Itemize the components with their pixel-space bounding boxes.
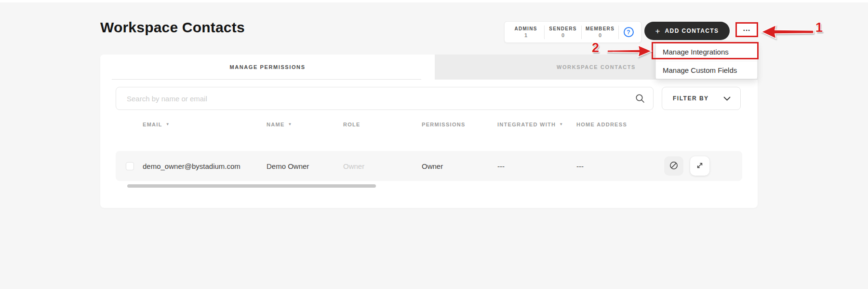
page-title: Workspace Contacts: [100, 19, 245, 36]
table-header: EMAIL ▼ NAME ▼ ROLE PERMISSIONS INTEGRAT…: [100, 122, 758, 129]
menu-item-manage-integrations[interactable]: Manage Integrations: [656, 43, 757, 61]
column-header-permissions: PERMISSIONS: [422, 122, 466, 127]
search-input[interactable]: [116, 87, 654, 110]
stat-members-value: 0: [582, 32, 618, 38]
search-wrap: [116, 87, 654, 110]
filter-by-label: FILTER BY: [673, 95, 709, 102]
filter-by-button[interactable]: FILTER BY: [662, 87, 741, 110]
tab-manage-permissions[interactable]: MANAGE PERMISSIONS: [100, 55, 435, 80]
block-icon: [669, 161, 679, 172]
cell-permissions: Owner: [422, 151, 443, 181]
help-icon: ?: [624, 27, 634, 37]
contact-stats-panel: ADMINS 1 SENDERS 0 MEMBERS 0 ?: [504, 21, 641, 43]
annotation-arrow-1: [761, 24, 815, 42]
more-options-menu: Manage Integrations Manage Custom Fields: [655, 42, 758, 79]
sort-icon[interactable]: ▼: [288, 123, 293, 126]
expand-contact-button[interactable]: [690, 156, 709, 176]
workspace-contacts-page: Workspace Contacts ADMINS 1 SENDERS 0 ME…: [0, 0, 868, 289]
sort-icon[interactable]: ▼: [166, 123, 170, 126]
stat-senders: SENDERS 0: [545, 26, 581, 38]
column-header-integrated-with[interactable]: INTEGRATED WITH ▼: [497, 122, 564, 127]
top-edge-strip: [0, 0, 868, 2]
column-header-name[interactable]: NAME ▼: [267, 122, 293, 127]
expand-icon: [695, 161, 704, 171]
cell-home-address: ---: [576, 151, 584, 181]
cell-integrated-with: ---: [497, 151, 505, 181]
stat-members: MEMBERS 0: [582, 26, 618, 38]
stat-admins-value: 1: [507, 32, 544, 38]
stat-members-label: MEMBERS: [582, 26, 618, 31]
add-contacts-label: ADD CONTACTS: [665, 28, 719, 34]
more-options-button[interactable]: ...: [735, 22, 758, 37]
cell-name: Demo Owner: [267, 151, 309, 181]
sort-icon[interactable]: ▼: [559, 123, 563, 126]
row-checkbox[interactable]: [126, 162, 134, 170]
cell-role: Owner: [343, 151, 364, 181]
plus-icon: +: [655, 27, 660, 35]
table-row: demo_owner@bystadium.com Demo Owner Owne…: [116, 151, 742, 181]
search-icon: [635, 94, 645, 105]
column-header-home-address: HOME ADDRESS: [576, 122, 627, 127]
annotation-number-1: 1: [815, 20, 823, 35]
stat-senders-label: SENDERS: [545, 26, 581, 31]
stat-admins-label: ADMINS: [507, 26, 544, 31]
column-header-email[interactable]: EMAIL ▼: [143, 122, 170, 127]
horizontal-scrollbar-thumb[interactable]: [127, 184, 376, 188]
block-contact-button[interactable]: [664, 156, 683, 176]
stat-admins: ADMINS 1: [507, 26, 544, 38]
cell-email: demo_owner@bystadium.com: [143, 151, 240, 181]
add-contacts-button[interactable]: + ADD CONTACTS: [644, 22, 730, 40]
column-header-role: ROLE: [343, 122, 361, 127]
chevron-down-icon: [723, 95, 731, 102]
help-button[interactable]: ?: [619, 27, 638, 37]
stat-senders-value: 0: [545, 32, 581, 38]
menu-item-manage-custom-fields[interactable]: Manage Custom Fields: [656, 61, 757, 79]
